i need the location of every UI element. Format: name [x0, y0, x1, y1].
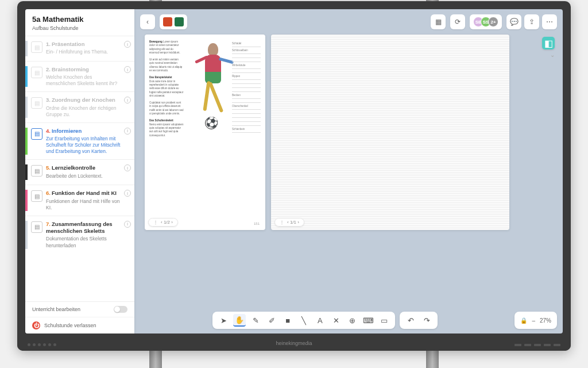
lesson-item-1[interactable]: ▤1.PräsentationEin- / Hinführung ins The… — [25, 36, 134, 61]
lesson-icon: ▤ — [31, 41, 42, 53]
lesson-desc: Ordne die Knochen der richtigen Gruppe z… — [46, 105, 122, 118]
topbar: ‹ ▦ ⟳ SE SS 2+ 💬 ⇪ ⋯ — [140, 14, 557, 30]
monitor-bezel: heinekingmedia — [17, 336, 571, 351]
info-icon[interactable]: i — [124, 97, 131, 103]
highlighter-tool[interactable]: ✐ — [265, 314, 278, 327]
line-tool[interactable]: ╲ — [297, 314, 310, 327]
compass-tool[interactable]: ⊕ — [346, 314, 358, 327]
present-button[interactable]: ▦ — [431, 14, 446, 29]
class-title: 5a Mathematik — [32, 15, 127, 24]
lesson-desc: Welche Knochen des menschlichen Skeletts… — [46, 74, 122, 87]
document-page-right[interactable]: ⋮‹ 1/1 › — [271, 34, 509, 230]
lesson-color-bar — [25, 221, 28, 249]
lesson-color-bar — [25, 190, 28, 210]
lesson-title: 5.Lernzielkontrolle — [46, 164, 122, 171]
info-icon[interactable]: i — [124, 66, 131, 73]
monitor-brand: heinekingmedia — [276, 340, 312, 346]
app-launcher[interactable] — [160, 14, 187, 29]
avatar-more: 2+ — [488, 17, 498, 27]
info-icon[interactable]: i — [124, 41, 131, 48]
lesson-item-3[interactable]: ▤3.Zuordnung der KnochenOrdne die Knoche… — [25, 91, 134, 122]
app-powerpoint-icon[interactable] — [163, 17, 172, 26]
lesson-title: 3.Zuordnung der Knochen — [46, 97, 122, 103]
lesson-desc: Ein- / Hinführung ins Thema. — [46, 49, 122, 55]
undo-button[interactable]: ↶ — [404, 314, 417, 327]
lesson-desc: Bearbeite den Lückentext. — [46, 173, 122, 179]
page-number: 151 — [254, 222, 260, 225]
page-nav-right[interactable]: ⋮‹ 1/1 › — [274, 218, 304, 227]
info-icon[interactable]: i — [124, 221, 131, 228]
lesson-item-7[interactable]: ▤7.Zusammenfassung des menschlichen Skel… — [25, 216, 134, 254]
lesson-desc: Funktionen der Hand mit Hilfe von KI. — [46, 198, 122, 211]
more-button[interactable]: ⋯ — [542, 14, 557, 29]
participants-button[interactable]: SE SS 2+ — [470, 14, 502, 29]
info-icon[interactable]: i — [124, 190, 131, 197]
share-button[interactable]: ⇪ — [524, 14, 539, 29]
pen-tool[interactable]: ✎ — [249, 314, 262, 327]
pointer-tool[interactable]: ➤ — [217, 314, 230, 327]
lesson-desc: Dokumentation des Skeletts herunterladen — [46, 236, 122, 248]
lesson-item-4[interactable]: ▤4.InformierenZur Erarbeitung von Inhalt… — [25, 122, 134, 159]
sidebar: 5a Mathematik Aufbau Schulstunde ▤1.Präs… — [25, 9, 134, 334]
zoom-level: 27% — [540, 317, 551, 324]
shape-tool[interactable]: ■ — [281, 314, 294, 327]
sidebar-header: 5a Mathematik Aufbau Schulstunde — [25, 9, 134, 36]
edit-lesson-label: Unterricht bearbeiten — [32, 306, 80, 312]
power-icon: ⏻ — [32, 321, 40, 329]
screen: 5a Mathematik Aufbau Schulstunde ▤1.Präs… — [25, 9, 563, 334]
lesson-color-bar — [25, 97, 28, 117]
keyboard-tool[interactable]: ⌨ — [362, 314, 374, 327]
leave-lesson-label: Schulstunde verlassen — [44, 323, 96, 328]
document-page-left[interactable]: Bewegung Lorem ipsum dolor sit amet cons… — [145, 34, 265, 230]
sticky-note-tool[interactable]: ◧ — [542, 37, 555, 49]
drawing-tools: ➤ ✋ ✎ ✐ ■ ╲ A ✕ ⊕ ⌨ ▭ — [212, 312, 395, 329]
chat-button[interactable]: 💬 — [506, 14, 521, 29]
sidebar-footer: Unterricht bearbeiten ⏻ Schulstunde verl… — [25, 301, 134, 334]
lesson-item-5[interactable]: ▤5.LernzielkontrolleBearbeite den Lücken… — [25, 159, 134, 185]
chevron-down-icon[interactable]: ⌄ — [550, 52, 555, 58]
lock-icon[interactable]: 🔒 — [520, 317, 527, 324]
redo-button[interactable]: ↷ — [420, 314, 433, 327]
lesson-icon: ▤ — [31, 165, 42, 177]
leave-lesson-row[interactable]: ⏻ Schulstunde verlassen — [25, 317, 134, 334]
text-tool[interactable]: A — [314, 314, 326, 327]
document-text: Bewegung Lorem ipsum dolor sit amet cons… — [149, 40, 184, 141]
lesson-color-bar — [25, 66, 28, 87]
lesson-title: 7.Zusammenfassung des menschlichen Skele… — [46, 221, 122, 235]
bottom-toolbar: ➤ ✋ ✎ ✐ ■ ╲ A ✕ ⊕ ⌨ ▭ ↶ ↷ 🔒 – 27% — [140, 312, 557, 329]
lesson-item-2[interactable]: ▤2.BrainstormingWelche Knochen des mensc… — [25, 61, 134, 91]
back-button[interactable]: ‹ — [140, 14, 155, 29]
monitor-frame: 5a Mathematik Aufbau Schulstunde ▤1.Präs… — [17, 1, 571, 351]
zoom-controls: 🔒 – 27% — [514, 312, 557, 329]
lesson-icon: ▤ — [31, 221, 42, 233]
lesson-color-bar — [25, 41, 28, 56]
lesson-title: 4.Informieren — [46, 128, 122, 135]
history-tools: ↶ ↷ — [400, 312, 438, 329]
lesson-title: 6.Funktion der Hand mit KI — [46, 190, 122, 197]
soccer-ball-icon — [205, 117, 218, 129]
hand-tool[interactable]: ✋ — [233, 314, 246, 327]
lesson-title: 2.Brainstorming — [46, 66, 122, 73]
lesson-desc: Zur Erarbeitung von Inhalten mit Schulhe… — [46, 136, 122, 155]
page-nav-left[interactable]: ⋮‹ 1/2 › — [148, 218, 178, 227]
info-icon[interactable]: i — [124, 164, 131, 171]
info-icon[interactable]: i — [124, 128, 131, 135]
app-excel-icon[interactable] — [175, 17, 184, 26]
lesson-icon: ▤ — [31, 190, 42, 202]
lesson-item-6[interactable]: ▤6.Funktion der Hand mit KIFunktionen de… — [25, 185, 134, 215]
skeleton-labels: SchädelSchlüsselbeinWirbelsäuleRippenBec… — [232, 40, 261, 133]
image-tool[interactable]: ▭ — [378, 314, 390, 327]
lesson-color-bar — [25, 164, 28, 180]
history-button[interactable]: ⟳ — [450, 14, 465, 29]
lesson-icon: ▤ — [31, 128, 42, 140]
eraser-tool[interactable]: ✕ — [330, 314, 342, 327]
lesson-list: ▤1.PräsentationEin- / Hinführung ins The… — [25, 36, 134, 301]
canvas[interactable]: Bewegung Lorem ipsum dolor sit amet cons… — [140, 34, 557, 308]
edit-toggle[interactable] — [114, 306, 127, 313]
edit-lesson-row[interactable]: Unterricht bearbeiten — [25, 302, 134, 317]
lesson-color-bar — [25, 128, 28, 155]
lesson-title: 1.Präsentation — [46, 41, 122, 48]
lesson-icon: ▤ — [31, 67, 42, 78]
zoom-out-button[interactable]: – — [532, 317, 535, 324]
lesson-icon: ▤ — [31, 97, 42, 109]
